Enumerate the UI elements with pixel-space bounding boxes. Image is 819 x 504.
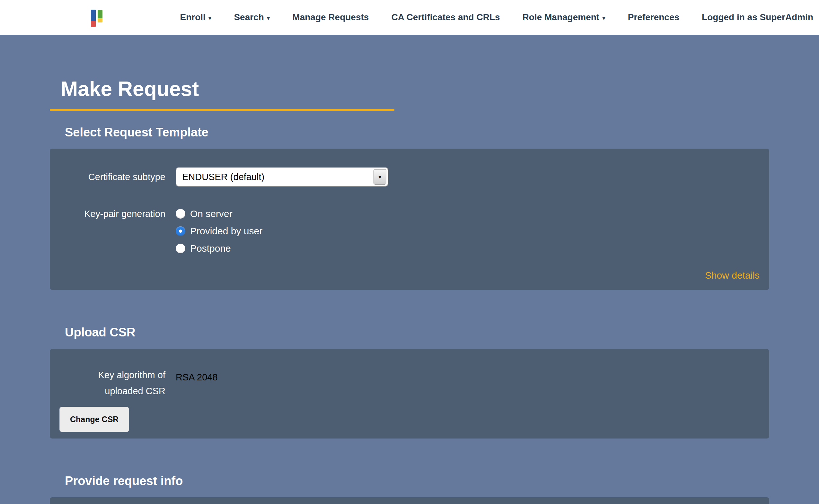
radio-icon[interactable] (176, 244, 185, 253)
section-heading-provide-request-info: Provide request info (65, 474, 769, 489)
show-details-link[interactable]: Show details (705, 270, 760, 281)
radio-option-on-server[interactable]: On server (176, 205, 262, 222)
nav-item-label: CA Certificates and CRLs (391, 12, 500, 22)
chevron-down-icon: ▾ (602, 15, 606, 21)
certificate-subtype-selected-value: ENDUSER (default) (176, 172, 388, 182)
certificate-subtype-select[interactable]: ENDUSER (default) ▼ (176, 167, 388, 187)
panel-footer: Show details (59, 270, 760, 283)
title-underline (50, 109, 394, 111)
radio-option-label: Postpone (190, 243, 231, 254)
app-logo[interactable] (91, 9, 102, 27)
logged-in-status-label: Logged in as SuperAdmin (702, 12, 813, 22)
select-request-template-section: Select Request Template Certificate subt… (50, 125, 769, 290)
keypair-generation-options: On server Provided by user Postpone (176, 205, 262, 257)
top-nav: Enroll ▾ Search ▾ Manage Requests CA Cer… (0, 0, 819, 35)
request-info-panel (50, 497, 769, 504)
nav-item-manage-requests[interactable]: Manage Requests (292, 12, 369, 22)
radio-icon[interactable] (176, 209, 185, 219)
nav-item-label: Role Management (523, 12, 600, 22)
nav-item-ca-certificates-and-crls[interactable]: CA Certificates and CRLs (391, 12, 500, 22)
certificate-subtype-row: Certificate subtype ENDUSER (default) ▼ (59, 167, 760, 187)
nav-item-label: Search (234, 12, 264, 22)
radio-option-provided-by-user[interactable]: Provided by user (176, 222, 262, 240)
page-title: Make Request (61, 78, 769, 101)
provide-request-info-section: Provide request info (50, 474, 769, 504)
nav-item-label: Preferences (628, 12, 679, 22)
logo-bar-green (98, 10, 102, 18)
key-algorithm-row: Key algorithm of uploaded CSR RSA 2048 (59, 367, 760, 399)
logo-bar-yellow (98, 18, 102, 22)
dropdown-arrow-icon[interactable]: ▼ (373, 169, 386, 185)
logo-bar-red (91, 21, 96, 27)
section-heading-select-template: Select Request Template (65, 125, 769, 140)
make-request-page: Make Request Select Request Template Cer… (0, 78, 819, 504)
keypair-generation-row: Key-pair generation On server Provided b… (59, 205, 760, 257)
chevron-down-icon: ▾ (267, 15, 270, 21)
key-algorithm-label: Key algorithm of uploaded CSR (59, 367, 165, 399)
certificate-subtype-label: Certificate subtype (59, 171, 165, 183)
radio-option-label: Provided by user (190, 226, 262, 237)
upload-csr-panel: Key algorithm of uploaded CSR RSA 2048 C… (50, 349, 769, 439)
key-algorithm-label-line2: uploaded CSR (59, 383, 165, 399)
key-algorithm-value: RSA 2048 (176, 367, 218, 383)
keypair-generation-label: Key-pair generation (59, 205, 165, 222)
radio-option-label: On server (190, 208, 232, 219)
section-heading-upload-csr: Upload CSR (65, 325, 769, 340)
radio-icon[interactable] (176, 226, 185, 236)
nav-item-label: Enroll (180, 12, 205, 22)
key-algorithm-label-line1: Key algorithm of (59, 367, 165, 383)
select-template-panel: Certificate subtype ENDUSER (default) ▼ … (50, 149, 769, 290)
nav-item-preferences[interactable]: Preferences (628, 12, 679, 22)
nav-item-label: Manage Requests (292, 12, 369, 22)
logged-in-status: Logged in as SuperAdmin (702, 12, 813, 22)
chevron-down-icon: ▾ (208, 15, 212, 21)
nav-item-search[interactable]: Search ▾ (234, 12, 270, 22)
nav-item-enroll[interactable]: Enroll ▾ (180, 12, 212, 22)
change-csr-button[interactable]: Change CSR (59, 407, 129, 432)
nav-item-role-management[interactable]: Role Management ▾ (523, 12, 606, 22)
radio-option-postpone[interactable]: Postpone (176, 240, 262, 257)
upload-csr-section: Upload CSR Key algorithm of uploaded CSR… (50, 325, 769, 439)
logo-bar-blue (91, 10, 96, 21)
